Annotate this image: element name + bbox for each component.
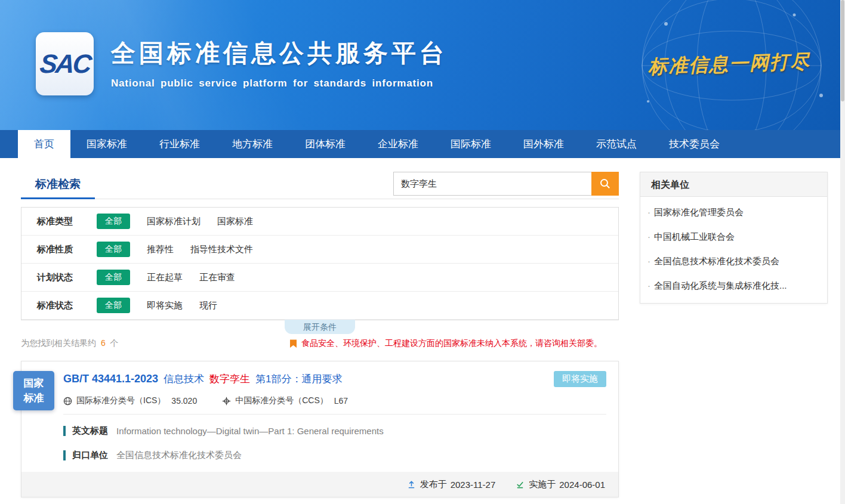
- filter-option[interactable]: 现行: [199, 300, 217, 311]
- card-title-row: GB/T 43441.1-2023 信息技术 数字孪生 第1部分：通用要求 即将…: [63, 371, 606, 387]
- filter-panel: 标准类型 全部 国家标准计划 国家标准 标准性质 全部 推荐性 指导性技术文件 …: [21, 207, 619, 320]
- site-title: 全国标准信息公共服务平台: [111, 37, 448, 70]
- compass-icon: [222, 397, 231, 406]
- summary-prefix: 为您找到相关结果约: [21, 338, 96, 348]
- filter-label: 标准状态: [37, 300, 97, 311]
- related-units-list: 国家标准化管理委员会 中国机械工业联合会 全国信息技术标准化技术委员会 全国自动…: [640, 197, 827, 303]
- implement-label: 实施于: [529, 479, 556, 490]
- filter-option[interactable]: 正在起草: [147, 272, 183, 283]
- related-units-panel: 相关单位 国家标准化管理委员会 中国机械工业联合会 全国信息技术标准化技术委员会…: [640, 172, 828, 304]
- standard-code-link[interactable]: GB/T 43441.1-2023: [63, 373, 158, 385]
- globe-icon: [63, 397, 72, 406]
- filter-option[interactable]: 国家标准计划: [147, 216, 201, 227]
- related-units-title: 相关单位: [640, 172, 827, 197]
- slogan-text: 标准信息一网打尽: [647, 48, 810, 80]
- nav-item-group-standards[interactable]: 团体标准: [289, 130, 362, 158]
- search-input[interactable]: [393, 172, 591, 196]
- content-area: 标准检索 标准类型 全部 国家标准计划 国家: [0, 158, 845, 497]
- standard-title-keyword[interactable]: 数字孪生: [209, 372, 250, 386]
- card-body: GB/T 43441.1-2023 信息技术 数字孪生 第1部分：通用要求 即将…: [21, 361, 618, 472]
- accent-bar: [63, 426, 66, 436]
- search-button[interactable]: [591, 172, 619, 196]
- nav-item-local-standards[interactable]: 地方标准: [216, 130, 289, 158]
- nav-item-pilot-projects[interactable]: 示范试点: [580, 130, 653, 158]
- english-title-row: 英文标题 Information technology—Digital twin…: [63, 425, 606, 437]
- filter-all-button[interactable]: 全部: [97, 214, 130, 229]
- standard-title-text[interactable]: 信息技术: [164, 372, 204, 386]
- scrollbar-thumb[interactable]: [841, 0, 844, 101]
- english-title-value: Information technology—Digital twin—Part…: [116, 426, 384, 436]
- sidebar: 相关单位 国家标准化管理委员会 中国机械工业联合会 全国信息技术标准化技术委员会…: [640, 172, 828, 497]
- nav-item-home[interactable]: 首页: [18, 130, 70, 158]
- status-badge: 即将实施: [554, 371, 606, 387]
- standard-type-badge: 国家 标准: [13, 371, 54, 410]
- filter-all-button[interactable]: 全部: [97, 298, 130, 313]
- implement-date: 2024-06-01: [559, 480, 605, 490]
- nav-item-national-standards[interactable]: 国家标准: [70, 130, 143, 158]
- publish-label: 发布于: [420, 479, 447, 490]
- publish-date: 2023-11-27: [451, 480, 496, 490]
- filter-label: 计划状态: [37, 272, 97, 283]
- filter-label: 标准类型: [37, 216, 97, 227]
- sidebar-item-automation-systems-committee[interactable]: 全国自动化系统与集成标准化技...: [640, 274, 827, 298]
- main-column: 标准检索 标准类型 全部 国家标准计划 国家: [21, 172, 619, 497]
- sac-logo-text: SAC: [38, 49, 91, 79]
- implement-date-item: 实施于 2024-06-01: [516, 479, 605, 490]
- divider: [63, 414, 606, 415]
- sidebar-item-it-standardization-committee[interactable]: 全国信息技术标准化技术委员会: [640, 249, 827, 274]
- card-footer: 发布于 2023-11-27 实施于 2024-06-01: [21, 472, 618, 497]
- main-nav: 首页 国家标准 行业标准 地方标准 团体标准 企业标准 国际标准 国外标准 示范…: [0, 130, 845, 158]
- nav-item-international-standards[interactable]: 国际标准: [434, 130, 507, 158]
- site-title-block: 全国标准信息公共服务平台 National public service pla…: [111, 37, 448, 89]
- scrollbar[interactable]: [840, 0, 845, 504]
- committee-row: 归口单位 全国信息技术标准化技术委员会: [63, 450, 606, 461]
- filter-row-standard-nature: 标准性质 全部 推荐性 指导性技术文件: [21, 236, 618, 264]
- ccs-classification: 中国标准分类号（CCS） L67: [222, 395, 348, 406]
- tab-standard-search[interactable]: 标准检索: [21, 172, 95, 199]
- search-box: [393, 172, 619, 196]
- filter-all-button[interactable]: 全部: [97, 270, 130, 285]
- ccs-value: L67: [334, 396, 348, 406]
- site-header: SAC 全国标准信息公共服务平台 National public service…: [0, 0, 845, 130]
- page: SAC 全国标准信息公共服务平台 National public service…: [0, 0, 845, 504]
- type-badge-line: 标准: [24, 391, 44, 406]
- ccs-label: 中国标准分类号（CCS）: [235, 395, 328, 406]
- filter-row-standard-status: 标准状态 全部 即将实施 现行: [21, 292, 618, 320]
- type-badge-line: 国家: [24, 376, 44, 391]
- ics-value: 35.020: [171, 396, 197, 406]
- publish-date-item: 发布于 2023-11-27: [407, 479, 496, 490]
- ics-classification: 国际标准分类号（ICS） 35.020: [63, 395, 197, 406]
- accent-bar: [63, 450, 66, 460]
- filter-row-plan-status: 计划状态 全部 正在起草 正在审查: [21, 264, 618, 292]
- summary-suffix: 个: [110, 338, 119, 348]
- sac-logo[interactable]: SAC: [36, 32, 94, 95]
- sidebar-item-sac-committee[interactable]: 国家标准化管理委员会: [640, 200, 827, 225]
- filter-option[interactable]: 正在审查: [199, 272, 235, 283]
- nav-item-industry-standards[interactable]: 行业标准: [143, 130, 216, 158]
- site-subtitle: National public service platform for sta…: [111, 78, 448, 89]
- check-icon: [516, 480, 525, 489]
- filter-option[interactable]: 国家标准: [217, 216, 253, 227]
- detail-label: 英文标题: [72, 425, 108, 437]
- upload-icon: [407, 480, 416, 489]
- filter-row-standard-type: 标准类型 全部 国家标准计划 国家标准: [21, 208, 618, 236]
- standard-title-text[interactable]: 第1部分：通用要求: [255, 372, 342, 386]
- system-notice: 食品安全、环境保护、工程建设方面的国家标准未纳入本系统，请咨询相关部委。: [289, 338, 602, 349]
- results-count: 6: [101, 338, 106, 348]
- filter-option[interactable]: 指导性技术文件: [190, 244, 253, 255]
- expand-conditions-button[interactable]: 展开条件: [285, 320, 355, 334]
- nav-item-foreign-standards[interactable]: 国外标准: [507, 130, 580, 158]
- nav-item-technical-committees[interactable]: 技术委员会: [653, 130, 736, 158]
- filter-option[interactable]: 即将实施: [147, 300, 183, 311]
- filter-all-button[interactable]: 全部: [97, 242, 130, 257]
- classification-row: 国际标准分类号（ICS） 35.020 中国标准分类号（CCS） L67: [63, 395, 606, 406]
- filter-label: 标准性质: [37, 244, 97, 255]
- sidebar-item-machinery-federation[interactable]: 中国机械工业联合会: [640, 225, 827, 249]
- filter-option[interactable]: 推荐性: [147, 244, 174, 255]
- committee-value: 全国信息技术标准化技术委员会: [116, 450, 242, 461]
- result-card: 国家 标准 GB/T 43441.1-2023 信息技术 数字孪生 第1部分：通…: [21, 361, 619, 497]
- results-info-row: 为您找到相关结果约 6 个 食品安全、环境保护、工程建设方面的国家标准未纳入本系…: [21, 338, 619, 350]
- search-header: 标准检索: [21, 172, 619, 199]
- search-icon: [600, 178, 610, 189]
- nav-item-enterprise-standards[interactable]: 企业标准: [362, 130, 434, 158]
